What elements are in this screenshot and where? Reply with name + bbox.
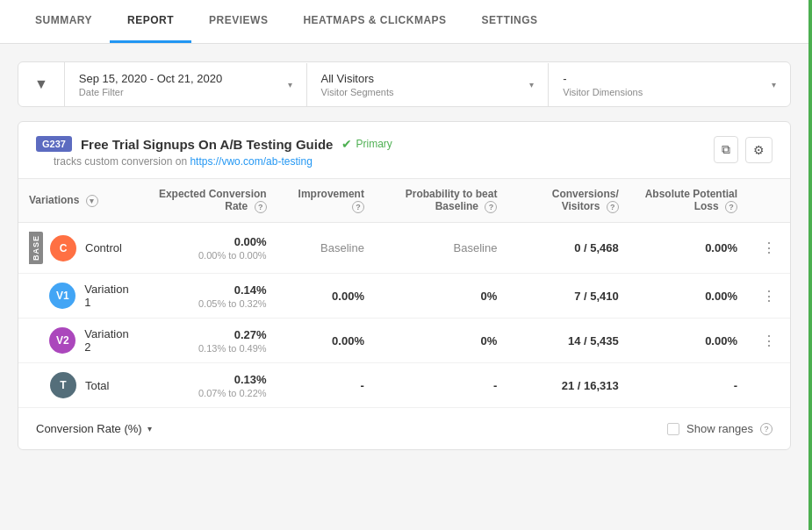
potential-loss-cell-v1: 0.00%: [629, 274, 748, 319]
date-filter[interactable]: Sep 15, 2020 - Oct 21, 2020 Date Filter …: [65, 63, 307, 106]
conversions-cell-total: 21 / 16,313: [507, 363, 629, 408]
conversions-val-control: 0 / 5,468: [574, 241, 619, 254]
potential-loss-cell-v2: 0.00%: [629, 319, 748, 363]
data-table: Variations ▾ Expected Conversion Rate ? …: [18, 178, 790, 407]
rate-cell-v1: 0.14% 0.05% to 0.32%: [145, 274, 277, 319]
bottom-section: Conversion Rate (%) ▾ Show ranges ?: [18, 407, 790, 449]
avatar-control: C: [50, 235, 76, 261]
improvement-cell-total: -: [277, 363, 375, 408]
improvement-help-icon[interactable]: ?: [352, 201, 364, 213]
improvement-cell-v1: 0.00%: [277, 274, 375, 319]
show-ranges-checkbox[interactable]: [667, 423, 679, 435]
show-ranges-wrap: Show ranges ?: [667, 422, 772, 435]
report-subtitle: tracks custom conversion on https://vwo.…: [36, 152, 392, 178]
table-row: V2 Variation 2 0.27% 0.13% to 0.49% 0.00…: [18, 319, 790, 363]
tab-previews[interactable]: PREVIEWS: [191, 0, 285, 43]
variation-cell-total: T Total: [18, 363, 145, 408]
conversions-val-v1: 7 / 5,410: [574, 290, 619, 303]
tab-heatmaps[interactable]: HEATMAPS & CLICKMAPS: [285, 0, 463, 43]
var-name-v2: Variation 2: [84, 327, 134, 354]
improvement-val-total: -: [361, 379, 364, 392]
report-title-wrap: G237 Free Trial Signups On A/B Testing G…: [36, 136, 392, 152]
primary-label: Primary: [356, 138, 392, 150]
report-header: G237 Free Trial Signups On A/B Testing G…: [18, 122, 790, 178]
report-id-badge: G237: [36, 136, 72, 152]
conversion-rate-chevron: ▾: [147, 424, 152, 433]
improvement-cell-v2: 0.00%: [277, 319, 375, 363]
potential-loss-cell-total: -: [629, 363, 748, 408]
col-actions: [748, 179, 790, 223]
rate-main-control: 0.00%: [155, 235, 266, 248]
conversions-val-v2: 14 / 5,435: [568, 334, 619, 347]
date-filter-value: Sep 15, 2020 - Oct 21, 2020: [79, 72, 222, 85]
tab-summary[interactable]: SUMMARY: [18, 0, 110, 43]
conversions-help-icon[interactable]: ?: [607, 201, 619, 213]
potential-loss-val-v1: 0.00%: [705, 290, 737, 303]
rate-range-total: 0.07% to 0.22%: [155, 388, 266, 398]
col-expected-rate: Expected Conversion Rate ?: [145, 179, 277, 223]
avatar-total: T: [50, 372, 76, 398]
filter-icon-wrap: ▼: [18, 62, 65, 106]
improvement-val-control: Baseline: [320, 241, 364, 254]
variation-cell-v1: V1 Variation 1: [18, 274, 145, 319]
more-button-v1[interactable]: ⋮: [758, 284, 780, 308]
conversions-val-total: 21 / 16,313: [562, 379, 619, 392]
improvement-val-v1: 0.00%: [332, 290, 364, 303]
page-content: ▼ Sep 15, 2020 - Oct 21, 2020 Date Filte…: [0, 44, 808, 530]
rate-cell-control: 0.00% 0.00% to 0.00%: [145, 223, 277, 274]
filter-icon: ▼: [34, 76, 48, 91]
rate-range-v2: 0.13% to 0.49%: [155, 343, 266, 354]
variation-cell-control: BASE C Control: [18, 223, 145, 274]
rate-range-v1: 0.05% to 0.32%: [155, 298, 266, 309]
subtitle-text: tracks custom conversion on: [54, 155, 187, 168]
dimensions-filter-value: -: [563, 72, 643, 85]
probability-cell-v1: 0%: [375, 274, 507, 319]
var-name-control: Control: [85, 241, 122, 254]
copy-button[interactable]: ⧉: [714, 136, 738, 163]
variations-sort-icon[interactable]: ▾: [86, 195, 98, 207]
rate-main-v1: 0.14%: [155, 283, 266, 297]
conversion-rate-label-text: Conversion Rate (%): [36, 422, 142, 435]
more-button-v2[interactable]: ⋮: [758, 329, 780, 353]
expected-rate-help-icon[interactable]: ?: [255, 201, 267, 213]
more-cell-control: ⋮: [748, 223, 790, 274]
dimensions-filter[interactable]: - Visitor Dimensions ▾: [549, 63, 790, 106]
tab-report[interactable]: REPORT: [110, 0, 191, 43]
col-variations: Variations ▾: [18, 179, 145, 223]
conversion-rate-dropdown[interactable]: Conversion Rate (%) ▾: [36, 422, 152, 435]
report-card: G237 Free Trial Signups On A/B Testing G…: [18, 121, 791, 450]
show-ranges-help-icon[interactable]: ?: [760, 423, 772, 435]
col-conversions: Conversions/ Visitors ?: [507, 179, 629, 223]
improvement-cell-control: Baseline: [277, 223, 375, 274]
report-url[interactable]: https://vwo.com/ab-testing: [190, 155, 312, 168]
avatar-v1: V1: [49, 283, 75, 309]
top-navigation: SUMMARY REPORT PREVIEWS HEATMAPS & CLICK…: [0, 0, 808, 44]
dimensions-filter-chevron: ▾: [772, 80, 776, 90]
more-button-control[interactable]: ⋮: [758, 236, 780, 260]
table-row: BASE C Control 0.00% 0.00% to 0.00% Base…: [18, 223, 790, 274]
visitor-filter-chevron: ▾: [529, 80, 534, 90]
conversions-cell-v1: 7 / 5,410: [507, 274, 629, 319]
probability-help-icon[interactable]: ?: [485, 201, 497, 213]
primary-badge: ✔ Primary: [341, 137, 392, 151]
tab-settings[interactable]: SETTINGS: [464, 0, 556, 43]
potential-loss-help-icon[interactable]: ?: [725, 201, 737, 213]
report-title: Free Trial Signups On A/B Testing Guide: [81, 137, 334, 152]
rate-main-total: 0.13%: [155, 373, 266, 386]
table-header-row: Variations ▾ Expected Conversion Rate ? …: [18, 179, 790, 223]
visitor-filter[interactable]: All Visitors Visitor Segments ▾: [307, 63, 550, 106]
table-row: V1 Variation 1 0.14% 0.05% to 0.32% 0.00…: [18, 274, 790, 319]
conversions-cell-v2: 14 / 5,435: [507, 319, 629, 363]
settings-button[interactable]: ⚙: [745, 137, 772, 163]
check-icon: ✔: [341, 137, 352, 151]
date-filter-label: Date Filter: [79, 87, 222, 97]
col-probability: Probability to beat Baseline ?: [375, 179, 507, 223]
rate-main-v2: 0.27%: [155, 328, 266, 341]
date-filter-chevron: ▾: [288, 80, 292, 90]
visitor-filter-value: All Visitors: [321, 72, 394, 85]
table-row: T Total 0.13% 0.07% to 0.22% --21 / 16,3…: [18, 363, 790, 408]
probability-val-total: -: [493, 379, 497, 392]
report-actions: ⧉ ⚙: [714, 136, 772, 163]
potential-loss-val-v2: 0.00%: [705, 334, 737, 347]
potential-loss-val-total: -: [734, 379, 737, 392]
